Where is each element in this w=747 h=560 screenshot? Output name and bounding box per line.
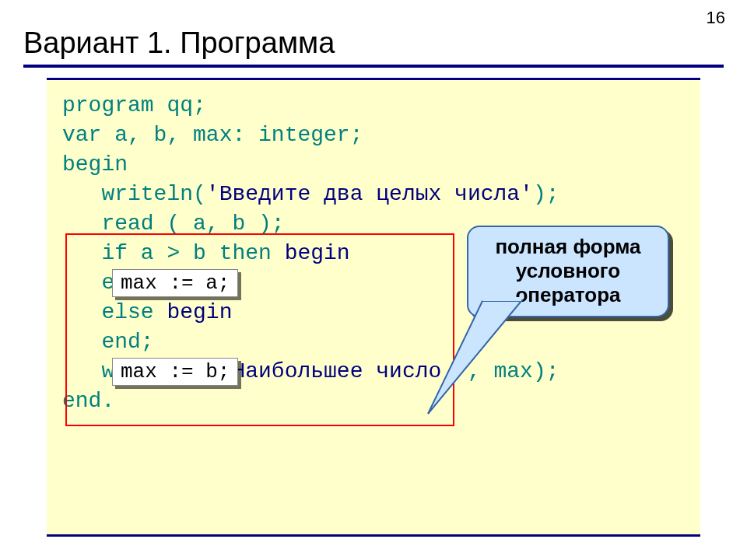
code-line: writeln('Введите два целых числа'); [62, 180, 685, 209]
code-line: var a, b, max: integer; [62, 121, 685, 150]
code-line: begin [62, 150, 685, 180]
code-line: end; [62, 327, 685, 357]
callout-line: полная форма [479, 235, 657, 259]
assignment-box-b: max := b; [112, 358, 238, 386]
svg-marker-1 [482, 297, 521, 301]
assignment-box-a: max := a; [112, 269, 238, 297]
callout-line: условного [479, 259, 657, 283]
slide-title: Вариант 1. Программа [23, 26, 724, 68]
code-line: end. [62, 387, 685, 416]
callout-tail-icon [428, 297, 552, 422]
code-line: program qq; [62, 91, 685, 121]
svg-marker-0 [428, 301, 521, 414]
slide: 16 Вариант 1. Программа program qq; var … [0, 0, 747, 560]
page-number: 16 [707, 8, 725, 28]
